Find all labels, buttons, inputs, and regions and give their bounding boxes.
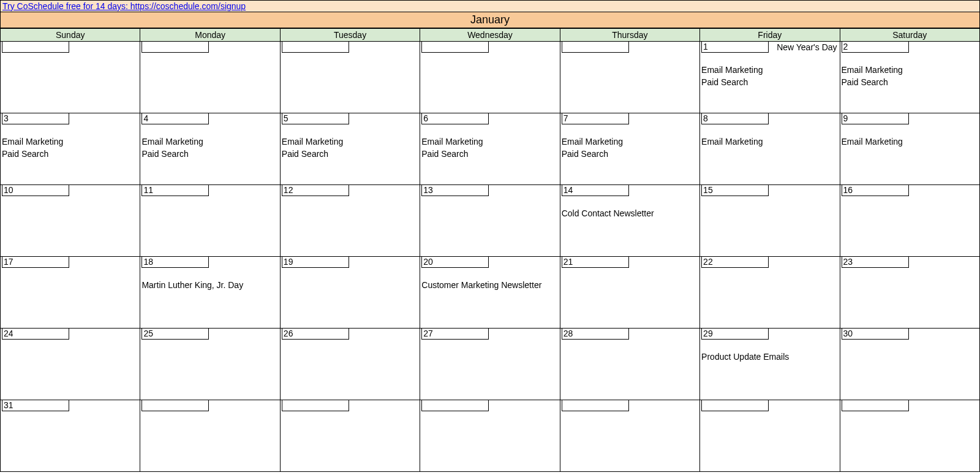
events-list: Email MarketingPaid Search	[420, 124, 559, 160]
calendar-week-row: 1New Year's DayEmail MarketingPaid Searc…	[1, 42, 980, 113]
date-number: 27	[421, 329, 489, 340]
calendar-day-cell[interactable]: 16	[840, 185, 979, 257]
date-number: 5	[282, 113, 349, 124]
calendar-day-cell[interactable]: 18Martin Luther King, Jr. Day	[140, 257, 280, 329]
event-item: Product Update Emails	[701, 351, 838, 363]
calendar-day-cell[interactable]: 14Cold Contact Newsletter	[560, 185, 699, 257]
weekday-header: Friday	[700, 29, 840, 42]
event-item: Email Marketing	[2, 135, 138, 148]
calendar-day-cell[interactable]: 29Product Update Emails	[700, 329, 840, 400]
weekday-header: Thursday	[560, 29, 699, 42]
events-list: Email MarketingPaid Search	[840, 53, 979, 88]
event-item: Email Marketing	[282, 135, 418, 148]
date-number	[141, 400, 209, 411]
date-number	[842, 400, 909, 411]
date-number: 14	[562, 185, 629, 196]
calendar-day-cell[interactable]: 26	[280, 329, 420, 400]
calendar-day-cell[interactable]: 19	[280, 257, 420, 329]
calendar-day-cell[interactable]	[140, 400, 280, 472]
date-number: 29	[701, 329, 769, 340]
calendar-day-cell[interactable]: 13	[420, 185, 560, 257]
calendar-day-cell[interactable]: 1New Year's DayEmail MarketingPaid Searc…	[700, 42, 840, 113]
calendar-day-cell[interactable]: 15	[700, 185, 840, 257]
calendar-day-cell[interactable]	[840, 400, 979, 472]
event-item: Email Marketing	[421, 135, 558, 148]
calendar-day-cell[interactable]	[560, 42, 699, 113]
calendar-day-cell[interactable]: 5Email MarketingPaid Search	[280, 113, 420, 185]
calendar-day-cell[interactable]: 21	[560, 257, 699, 329]
date-number: 10	[2, 185, 69, 196]
weekday-header: Sunday	[1, 29, 140, 42]
date-number: 2	[842, 42, 909, 53]
holiday-label: New Year's Day	[769, 42, 838, 53]
event-item: Email Marketing	[842, 64, 978, 76]
weekday-header: Wednesday	[420, 29, 560, 42]
date-number	[282, 400, 349, 411]
weekday-header: Saturday	[840, 29, 979, 42]
calendar-day-cell[interactable]: 27	[420, 329, 560, 400]
event-item: Cold Contact Newsletter	[562, 207, 698, 219]
calendar-day-cell[interactable]: 31	[1, 400, 140, 472]
date-number	[282, 42, 349, 53]
event-item: Email Marketing	[842, 135, 978, 148]
calendar-day-cell[interactable]	[420, 400, 560, 472]
date-number: 30	[842, 329, 909, 340]
events-list: Email MarketingPaid Search	[281, 124, 420, 160]
events-list: Email MarketingPaid Search	[700, 53, 839, 88]
events-list: Email MarketingPaid Search	[1, 124, 140, 160]
event-item: Email Marketing	[141, 135, 278, 148]
promo-banner: Try CoSchedule free for 14 days: https:/…	[0, 0, 980, 12]
calendar-day-cell[interactable]: 9Email Marketing	[840, 113, 979, 185]
calendar-day-cell[interactable]	[1, 42, 140, 113]
calendar-day-cell[interactable]: 25	[140, 329, 280, 400]
date-number: 28	[562, 329, 629, 340]
calendar-day-cell[interactable]: 10	[1, 185, 140, 257]
calendar-day-cell[interactable]: 11	[140, 185, 280, 257]
calendar-day-cell[interactable]	[560, 400, 699, 472]
calendar-day-cell[interactable]	[700, 400, 840, 472]
calendar-day-cell[interactable]: 24	[1, 329, 140, 400]
date-number	[701, 400, 769, 411]
calendar-day-cell[interactable]: 30	[840, 329, 979, 400]
date-number: 19	[282, 257, 349, 268]
events-list: Email Marketing	[840, 124, 979, 148]
date-number: 1	[701, 42, 769, 53]
calendar-day-cell[interactable]: 20Customer Marketing Newsletter	[420, 257, 560, 329]
event-item: Email Marketing	[701, 64, 838, 76]
events-list: Email MarketingPaid Search	[140, 124, 279, 160]
calendar-day-cell[interactable]: 6Email MarketingPaid Search	[420, 113, 560, 185]
events-list: Email Marketing	[700, 124, 839, 148]
calendar-day-cell[interactable]: 17	[1, 257, 140, 329]
calendar-day-cell[interactable]: 22	[700, 257, 840, 329]
promo-link[interactable]: Try CoSchedule free for 14 days: https:/…	[2, 1, 246, 11]
event-item: Paid Search	[421, 148, 558, 160]
calendar-day-cell[interactable]: 7Email MarketingPaid Search	[560, 113, 699, 185]
calendar-week-row: 242526272829Product Update Emails30	[1, 329, 980, 400]
date-number: 24	[2, 329, 69, 340]
calendar-day-cell[interactable]: 23	[840, 257, 979, 329]
calendar-day-cell[interactable]: 8Email Marketing	[700, 113, 840, 185]
date-number	[141, 42, 209, 53]
date-number: 21	[562, 257, 629, 268]
calendar-day-cell[interactable]	[280, 400, 420, 472]
month-title: January	[0, 12, 980, 28]
calendar-day-cell[interactable]: 4Email MarketingPaid Search	[140, 113, 280, 185]
calendar-day-cell[interactable]: 2Email MarketingPaid Search	[840, 42, 979, 113]
calendar-day-cell[interactable]: 12	[280, 185, 420, 257]
calendar-day-cell[interactable]: 3Email MarketingPaid Search	[1, 113, 140, 185]
calendar-week-row: 31	[1, 400, 980, 472]
event-item: Paid Search	[141, 148, 278, 160]
calendar-day-cell[interactable]: 28	[560, 329, 699, 400]
date-number: 17	[2, 257, 69, 268]
calendar-day-cell[interactable]	[280, 42, 420, 113]
date-number: 20	[421, 257, 489, 268]
date-number: 26	[282, 329, 349, 340]
event-item: Paid Search	[2, 148, 138, 160]
calendar-day-cell[interactable]	[420, 42, 560, 113]
event-item: Email Marketing	[562, 135, 698, 148]
date-number	[421, 400, 489, 411]
date-number	[2, 42, 69, 53]
events-list: Cold Contact Newsletter	[560, 196, 699, 219]
date-number: 31	[2, 400, 69, 411]
calendar-day-cell[interactable]	[140, 42, 280, 113]
